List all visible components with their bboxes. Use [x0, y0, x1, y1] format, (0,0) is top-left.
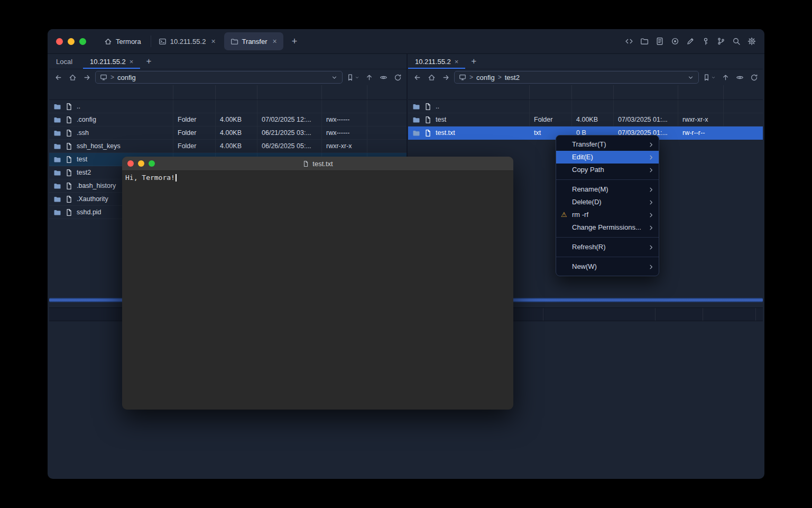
- context-menu-item[interactable]: Edit(E): [556, 151, 659, 164]
- editor-titlebar[interactable]: test.txt: [122, 157, 513, 171]
- code-icon[interactable]: [624, 37, 633, 46]
- column-header[interactable]: [367, 85, 407, 99]
- forward-button[interactable]: [440, 71, 451, 83]
- panel-tab[interactable]: Local: [49, 54, 83, 69]
- file-permissions: rwxr-xr-x: [322, 140, 367, 153]
- panel-tab[interactable]: 10.211.55.2 ×: [83, 54, 140, 69]
- arrow-right-icon: [442, 74, 450, 81]
- panel-tab[interactable]: 10.211.55.2 ×: [408, 54, 465, 69]
- column-header[interactable]: [257, 85, 322, 99]
- app-home-tab[interactable]: Termora: [95, 29, 151, 53]
- edit-icon[interactable]: [686, 37, 695, 46]
- path-segment[interactable]: > test2: [498, 74, 520, 81]
- chevron-down-icon[interactable]: [687, 74, 694, 81]
- up-button[interactable]: [363, 71, 375, 83]
- forward-button[interactable]: [81, 71, 93, 83]
- context-menu-item[interactable]: [556, 237, 659, 238]
- column-header[interactable]: [216, 85, 257, 99]
- panel-tab-label: Local: [56, 58, 72, 66]
- home-button[interactable]: [67, 71, 78, 83]
- context-menu-item[interactable]: [556, 179, 659, 180]
- show-hidden-button[interactable]: [734, 71, 745, 83]
- close-tab-icon[interactable]: ×: [130, 58, 134, 66]
- new-tab-button[interactable]: +: [284, 36, 305, 47]
- close-tab-icon[interactable]: ×: [211, 37, 215, 46]
- ..[interactable]: ..: [408, 100, 763, 113]
- minimize-button[interactable]: [68, 38, 75, 45]
- context-menu-item[interactable]: Rename(M): [556, 183, 659, 196]
- key-icon[interactable]: [701, 37, 710, 46]
- search-icon[interactable]: [732, 37, 741, 46]
- file-name: .Xauthority: [77, 195, 108, 203]
- editor-close-button[interactable]: [127, 160, 134, 167]
- queue-column-header[interactable]: [543, 308, 655, 321]
- file-modified: 06/21/2025 03:...: [257, 126, 322, 140]
- folder-icon[interactable]: [640, 37, 649, 46]
- up-button[interactable]: [719, 71, 731, 83]
- context-menu-item[interactable]: Delete(D): [556, 196, 659, 208]
- column-header[interactable]: [530, 85, 572, 99]
- file-owner: [367, 100, 407, 113]
- column-header[interactable]: [614, 85, 678, 99]
- context-menu-item[interactable]: Transfer(T): [556, 138, 659, 151]
- column-header[interactable]: [322, 85, 367, 99]
- show-hidden-button[interactable]: [377, 71, 389, 83]
- chevron-right-icon: [648, 212, 654, 219]
- editor-content[interactable]: Hi, Termora!: [122, 171, 513, 184]
- close-button[interactable]: [56, 38, 63, 45]
- column-header[interactable]: [173, 85, 216, 99]
- ssh_host_keys[interactable]: ssh_host_keys Folder 4.00KB 06/26/2025 0…: [49, 140, 407, 153]
- settings-icon[interactable]: [747, 37, 756, 46]
- path-label: config: [117, 74, 136, 81]
- path-bar[interactable]: > config > test2: [454, 71, 699, 84]
- test[interactable]: test Folder 4.00KB 07/03/2025 01:... rwx…: [408, 113, 763, 126]
- back-button[interactable]: [52, 71, 64, 83]
- home-button[interactable]: [426, 71, 437, 83]
- new-panel-tab-button[interactable]: +: [465, 56, 482, 67]
- titlebar-tab[interactable]: 10.211.55.2 ×: [152, 32, 222, 50]
- file-size: 4.00KB: [572, 113, 614, 126]
- chevron-right-icon: [648, 264, 654, 270]
- refresh-button[interactable]: [392, 71, 403, 83]
- context-menu-item[interactable]: ⚠ rm -rf: [556, 208, 659, 221]
- .ssh[interactable]: .ssh Folder 4.00KB 06/21/2025 03:... rwx…: [49, 126, 407, 140]
- close-tab-icon[interactable]: ×: [455, 58, 459, 66]
- log-icon[interactable]: [655, 37, 664, 46]
- file-icon: [65, 195, 73, 203]
- column-header[interactable]: [678, 85, 724, 99]
- chevron-down-icon[interactable]: [331, 74, 338, 81]
- column-header[interactable]: [724, 85, 763, 99]
- record-icon[interactable]: [670, 37, 679, 46]
- zoom-button[interactable]: [79, 38, 86, 45]
- context-menu-item[interactable]: Refresh(R): [556, 241, 659, 253]
- menu-item-label: rm -rf: [572, 211, 588, 219]
- queue-column-header[interactable]: [703, 308, 755, 321]
- queue-column-header[interactable]: [655, 308, 703, 321]
- ..[interactable]: ..: [49, 100, 407, 113]
- file-owner: [724, 100, 763, 113]
- context-menu-item[interactable]: New(W): [556, 260, 659, 273]
- path-segment[interactable]: > config: [469, 74, 495, 81]
- column-header[interactable]: [572, 85, 614, 99]
- path-segment[interactable]: > config: [110, 74, 136, 81]
- .config[interactable]: .config Folder 4.00KB 07/02/2025 12:... …: [49, 113, 407, 126]
- close-tab-icon[interactable]: ×: [273, 37, 277, 46]
- arrow-left-icon: [413, 74, 421, 81]
- refresh-button[interactable]: [748, 71, 760, 83]
- editor-zoom-button[interactable]: [149, 160, 155, 167]
- bookmark-button[interactable]: [702, 74, 717, 81]
- chevron-down-icon: [711, 75, 716, 80]
- editor-minimize-button[interactable]: [138, 160, 144, 167]
- path-bar[interactable]: > config: [95, 71, 343, 84]
- context-menu-item[interactable]: Copy Path: [556, 164, 659, 176]
- chevron-right-icon: [648, 224, 654, 231]
- column-header[interactable]: [49, 85, 173, 99]
- context-menu-item[interactable]: Change Permissions...: [556, 221, 659, 234]
- back-button[interactable]: [411, 71, 423, 83]
- branch-icon[interactable]: [716, 37, 725, 46]
- bookmark-button[interactable]: [345, 74, 361, 81]
- new-panel-tab-button[interactable]: +: [140, 56, 157, 67]
- column-header[interactable]: [408, 85, 530, 99]
- titlebar-tab[interactable]: Transfer ×: [224, 32, 283, 50]
- context-menu-item[interactable]: [556, 257, 659, 257]
